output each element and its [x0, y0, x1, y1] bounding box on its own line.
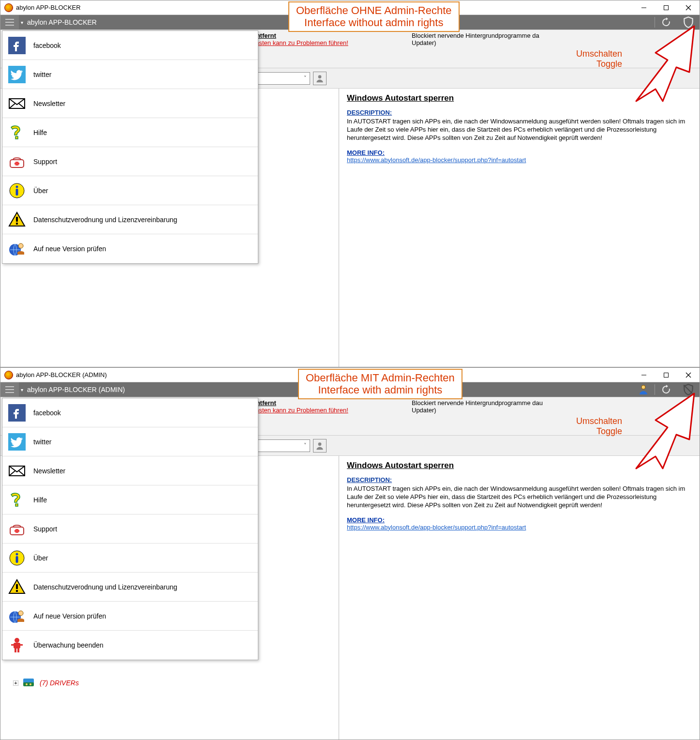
menu-item-label: Datenschutzverodnung und Lizenzvereinbar… [33, 216, 177, 224]
facebook-icon [7, 36, 27, 55]
menu-item-label: Überwachung beenden [33, 641, 104, 649]
toolbar-title: abylon APP-BLOCKER (ADMIN) [25, 386, 125, 393]
svg-point-4 [318, 75, 322, 78]
entfernt-label: Entfernt [252, 399, 397, 407]
content-pane: Windows Autostart sperren DESCRIPTION: I… [339, 89, 700, 367]
support-icon [7, 519, 27, 539]
menu-item-label: Hilfe [33, 129, 47, 136]
expand-icon[interactable]: + [13, 680, 18, 686]
maximize-button[interactable] [655, 0, 677, 15]
filter-dropdown[interactable]: ˅ [252, 72, 310, 85]
svg-rect-41 [20, 644, 23, 646]
support-icon [7, 152, 27, 171]
admin-callout-box: Oberfläche MIT Admin-Rechten Interface w… [298, 369, 462, 399]
svg-rect-42 [15, 649, 16, 652]
menu-item-label: Hilfe [33, 496, 47, 504]
svg-rect-30 [15, 530, 19, 532]
menu-caret-icon: ▾ [19, 20, 25, 25]
menu-item-label: Datenschutzverodnung und Lizenzvereinbar… [33, 583, 177, 591]
menu-item-facebook[interactable]: facebook [2, 31, 258, 60]
svg-point-24 [318, 442, 322, 446]
menu-item-mail[interactable]: Newsletter [2, 456, 258, 485]
menu-item-support[interactable]: Support [2, 514, 258, 544]
question-icon [7, 123, 27, 142]
svg-rect-33 [16, 556, 18, 563]
user-icon-button[interactable] [313, 72, 327, 85]
svg-rect-19 [664, 373, 669, 377]
menu-item-label: Support [33, 158, 57, 166]
menu-item-support[interactable]: Support [2, 147, 258, 176]
menu-item-label: Support [33, 525, 57, 533]
svg-rect-1 [664, 5, 669, 10]
svg-point-46 [26, 683, 28, 685]
description-text: In AUTOSTART tragen sich APPs ein, die n… [347, 118, 692, 142]
twitter-icon [7, 65, 27, 84]
menu-item-label: Über [33, 554, 48, 562]
menu-item-label: facebook [33, 42, 61, 49]
menu-item-label: twitter [33, 71, 51, 78]
menu-button[interactable] [0, 15, 19, 30]
svg-rect-15 [16, 223, 18, 225]
globe-user-icon [7, 606, 27, 626]
menu-item-stop-person[interactable]: Überwachung beenden [2, 631, 258, 660]
menu-button[interactable] [0, 382, 19, 397]
warning-icon [7, 210, 27, 229]
window-title: abylon APP-BLOCKER [16, 4, 81, 11]
facebook-icon [7, 403, 27, 423]
menu-item-question[interactable]: Hilfe [2, 118, 258, 147]
menu-item-label: Newsletter [33, 467, 65, 475]
filter-dropdown[interactable]: ˅ [252, 439, 310, 452]
window-no-admin: abylon APP-BLOCKER ▾ abylon APP-BLOCKER … [0, 0, 700, 367]
maximize-button[interactable] [655, 368, 677, 382]
svg-point-12 [16, 185, 18, 188]
svg-rect-35 [16, 590, 18, 592]
user-icon-button[interactable] [313, 439, 327, 453]
mail-icon [7, 461, 27, 481]
window-title: abylon APP-BLOCKER (ADMIN) [16, 371, 107, 378]
info-icon [7, 548, 27, 568]
menu-item-label: Newsletter [33, 100, 65, 107]
close-button[interactable] [677, 0, 700, 15]
svg-rect-45 [23, 682, 34, 686]
svg-rect-13 [16, 189, 18, 196]
description-label: DESCRIPTION: [347, 109, 392, 116]
more-info-label: MORE INFO: [347, 149, 385, 156]
svg-rect-14 [16, 217, 18, 222]
menu-item-twitter[interactable]: twitter [2, 427, 258, 456]
app-icon [4, 3, 13, 12]
menu-item-label: Über [33, 187, 48, 195]
menu-item-info[interactable]: Über [2, 176, 258, 205]
menu-item-label: facebook [33, 409, 61, 417]
menu-item-label: Auf neue Version prüfen [33, 612, 106, 620]
menu-item-globe-user[interactable]: Auf neue Version prüfen [2, 602, 258, 631]
drivers-icon [22, 678, 36, 688]
menu-item-mail[interactable]: Newsletter [2, 89, 258, 118]
toolbar-title: abylon APP-BLOCKER [25, 18, 97, 26]
menu-item-warning[interactable]: Datenschutzverodnung und Lizenzvereinbar… [2, 205, 258, 234]
menu-item-twitter[interactable]: twitter [2, 60, 258, 89]
svg-rect-10 [15, 163, 19, 165]
warning-text: ensten kann zu Problemen führen! [252, 407, 397, 414]
admin-callout-box: Oberfläche OHNE Admin-Rechte Interface w… [288, 1, 460, 32]
svg-point-37 [18, 611, 23, 616]
menu-item-question[interactable]: Hilfe [2, 485, 258, 514]
svg-point-47 [30, 683, 31, 685]
menu-item-warning[interactable]: Datenschutzverodnung und Lizenzvereinbar… [2, 573, 258, 602]
question-icon [7, 490, 27, 510]
window-admin: abylon APP-BLOCKER (ADMIN) ▾ abylon APP-… [0, 367, 700, 740]
menu-item-globe-user[interactable]: Auf neue Version prüfen [2, 234, 258, 263]
drivers-tree-item[interactable]: + (7) DRIVERs [13, 678, 79, 688]
more-info-link[interactable]: https://www.abylonsoft.de/app-blocker/su… [347, 156, 526, 164]
menu-item-info[interactable]: Über [2, 544, 258, 573]
close-button[interactable] [677, 368, 700, 382]
app-menu: facebooktwitterNewsletterHilfeSupportÜbe… [2, 398, 258, 660]
menu-item-facebook[interactable]: facebook [2, 398, 258, 427]
minimize-button[interactable] [633, 0, 655, 15]
menu-caret-icon: ▾ [19, 387, 25, 393]
more-info-link[interactable]: https://www.abylonsoft.de/app-blocker/su… [347, 524, 526, 531]
description-label: DESCRIPTION: [347, 476, 392, 483]
svg-rect-40 [11, 644, 14, 646]
warning-text: ensten kann zu Problemen führen! [252, 39, 397, 46]
minimize-button[interactable] [633, 368, 655, 382]
annotation-arrow-icon [614, 24, 697, 106]
